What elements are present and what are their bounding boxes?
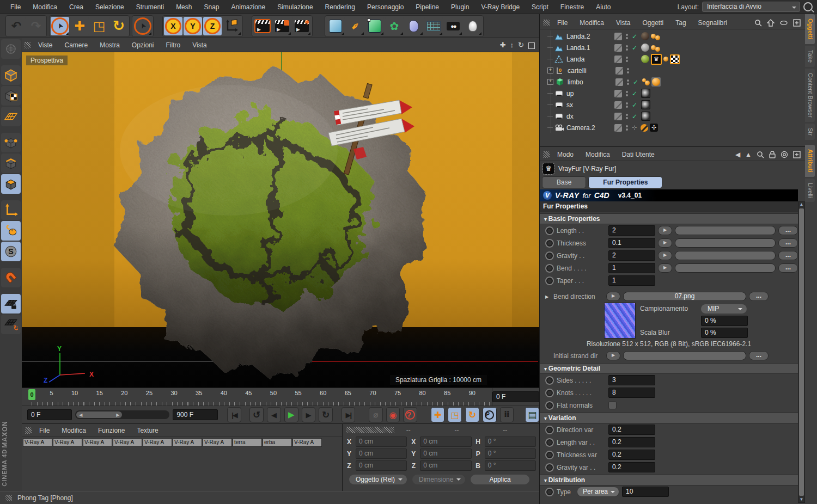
texture-expand-button[interactable]: [658, 226, 672, 235]
texture-tag-icon[interactable]: [655, 47, 660, 52]
distribution-type-dropdown[interactable]: Per area: [577, 487, 619, 497]
object-row-landa2[interactable]: Landa.2 ✓: [540, 30, 805, 42]
viewport-menu-camere[interactable]: Camere: [59, 41, 93, 49]
live-selection-button[interactable]: [51, 17, 69, 35]
keyframe-selection-button[interactable]: [525, 407, 539, 422]
animate-radio-icon[interactable]: [545, 376, 554, 385]
material-item[interactable]: V-Ray A: [143, 438, 172, 447]
texture-mode-button[interactable]: [1, 86, 21, 106]
coordinate-system-button[interactable]: [223, 17, 241, 35]
lock-x-axis-button[interactable]: X: [164, 17, 182, 35]
viewport-menu-mostra[interactable]: Mostra: [94, 41, 125, 49]
material-item[interactable]: V-Ray A: [23, 438, 52, 447]
scale-blur-field[interactable]: 0 %: [701, 328, 748, 338]
object-row-dx[interactable]: dx ✓: [540, 110, 805, 122]
loop-button[interactable]: [319, 407, 333, 422]
attr-menu-modo[interactable]: Modo: [552, 151, 579, 158]
add-panel-icon[interactable]: [793, 151, 801, 158]
tab-fur-properties[interactable]: Fur Properties: [588, 176, 662, 188]
history-up-icon[interactable]: ▲: [745, 151, 752, 158]
frame-number-field[interactable]: 0 F: [492, 391, 539, 402]
visibility-dots-icon[interactable]: [626, 45, 628, 51]
compositing-tag-icon[interactable]: [641, 100, 650, 109]
viewport-maximize-icon[interactable]: [528, 42, 535, 49]
history-back-icon[interactable]: ◀: [735, 151, 740, 158]
add-spline-button[interactable]: [346, 17, 364, 35]
object-row-landa1[interactable]: Landa.1 ✓: [540, 42, 805, 53]
layer-tag-icon[interactable]: [614, 33, 622, 40]
animate-radio-icon[interactable]: [545, 426, 554, 434]
thickness-field[interactable]: 0.1: [608, 238, 655, 248]
scroll-up-icon[interactable]: ▲: [798, 202, 804, 207]
search-icon[interactable]: [754, 19, 762, 27]
lock-y-axis-button[interactable]: Y: [184, 17, 202, 35]
viewport-menu-vista[interactable]: Vista: [187, 41, 212, 49]
size-x-field[interactable]: 0 cm: [420, 437, 471, 447]
timeline-scrollbar[interactable]: ◀▶: [75, 410, 169, 419]
tab-content-browser[interactable]: Content Browser: [805, 69, 815, 122]
material-item-terra[interactable]: terra: [233, 438, 262, 447]
expand-toggle-icon[interactable]: +: [547, 67, 553, 73]
undo-button[interactable]: [7, 17, 26, 35]
browse-button[interactable]: [778, 238, 798, 248]
move-tool-button[interactable]: [70, 17, 89, 35]
menu-simulazione[interactable]: Simulazione: [271, 0, 319, 14]
tab-take[interactable]: Take: [805, 46, 815, 67]
visibility-dots-icon[interactable]: [627, 68, 629, 73]
layer-tag-icon[interactable]: [615, 78, 623, 86]
record-keyframe-button[interactable]: [369, 407, 383, 422]
gravity-texture-slot[interactable]: [675, 251, 776, 260]
texture-expand-button[interactable]: [658, 263, 672, 273]
lock-z-axis-button[interactable]: Z: [203, 17, 222, 35]
material-item[interactable]: V-Ray A: [203, 438, 232, 447]
vray-camera-tag-icon[interactable]: [650, 124, 658, 132]
om-menu-oggetti[interactable]: Oggetti: [637, 19, 669, 27]
enabled-check-icon[interactable]: ✓: [632, 101, 639, 109]
compositing-tag-icon[interactable]: [641, 112, 650, 121]
enabled-check-icon[interactable]: ✓: [633, 78, 641, 86]
material-item[interactable]: V-Ray A: [83, 438, 112, 447]
animate-radio-icon[interactable]: [545, 488, 554, 496]
visibility-dots-icon[interactable]: [626, 57, 628, 62]
compositing-tag-icon[interactable]: [641, 89, 650, 98]
search-icon[interactable]: [757, 151, 764, 158]
animate-radio-icon[interactable]: [545, 389, 554, 397]
layer-tag-icon[interactable]: [614, 101, 622, 109]
previous-frame-button[interactable]: [267, 407, 281, 422]
bend-direction-texture-slot[interactable]: 07.png: [623, 292, 746, 301]
size-y-field[interactable]: 0 cm: [420, 448, 471, 459]
layer-tag-icon[interactable]: [614, 56, 622, 63]
target-icon[interactable]: [781, 151, 788, 158]
view-label[interactable]: Prospettiva: [26, 56, 68, 65]
direction-var-field[interactable]: 0.2: [608, 425, 655, 435]
browse-button[interactable]: [778, 263, 798, 273]
om-menu-vista[interactable]: Vista: [611, 19, 636, 27]
material-item[interactable]: V-Ray A: [173, 438, 202, 447]
add-generator-button[interactable]: [365, 17, 384, 35]
browse-button[interactable]: [778, 226, 798, 235]
attr-menu-dati-utente[interactable]: Dati Utente: [617, 151, 660, 158]
thickness-texture-slot[interactable]: [675, 238, 776, 248]
animate-radio-icon[interactable]: [545, 463, 554, 472]
gravity-var-field[interactable]: 0.2: [608, 462, 655, 472]
menu-crea[interactable]: Crea: [63, 0, 89, 14]
sampling-dropdown[interactable]: MIP: [701, 304, 747, 314]
texture-expand-button[interactable]: [658, 251, 672, 260]
redo-button[interactable]: [27, 17, 45, 35]
add-primitive-button[interactable]: [326, 17, 345, 35]
panel-grip-icon[interactable]: [543, 151, 550, 158]
layout-select[interactable]: Interfaccia di Avvio: [702, 2, 800, 12]
visibility-dots-icon[interactable]: [626, 34, 628, 39]
material-menu-file[interactable]: File: [34, 427, 55, 434]
panel-grip-icon[interactable]: [25, 427, 32, 434]
tab-attributi[interactable]: Attributi: [805, 145, 815, 177]
material-tag-icon[interactable]: [641, 55, 649, 63]
play-button[interactable]: [284, 407, 298, 422]
visibility-dots-icon[interactable]: [627, 79, 629, 85]
enabled-check-icon[interactable]: ✓: [632, 90, 639, 97]
taper-field[interactable]: 1: [608, 275, 655, 286]
material-menu-modifica[interactable]: Modifica: [56, 427, 92, 434]
om-menu-tag[interactable]: Tag: [670, 19, 691, 27]
section-variation[interactable]: Variation: [540, 413, 798, 423]
menu-rendering[interactable]: Rendering: [319, 0, 361, 14]
